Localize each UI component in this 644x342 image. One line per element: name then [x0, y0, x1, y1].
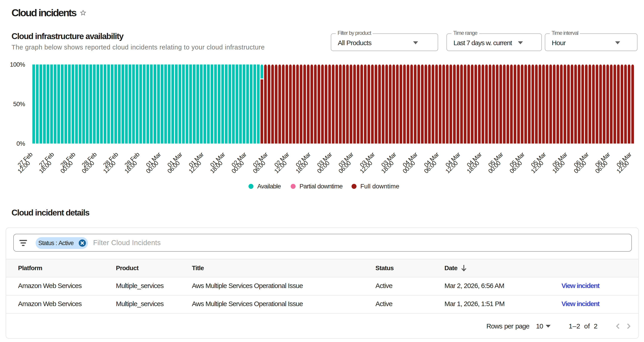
svg-text:50%: 50% [13, 101, 25, 107]
svg-text:0%: 0% [16, 140, 25, 147]
svg-text:100%: 100% [10, 61, 25, 68]
